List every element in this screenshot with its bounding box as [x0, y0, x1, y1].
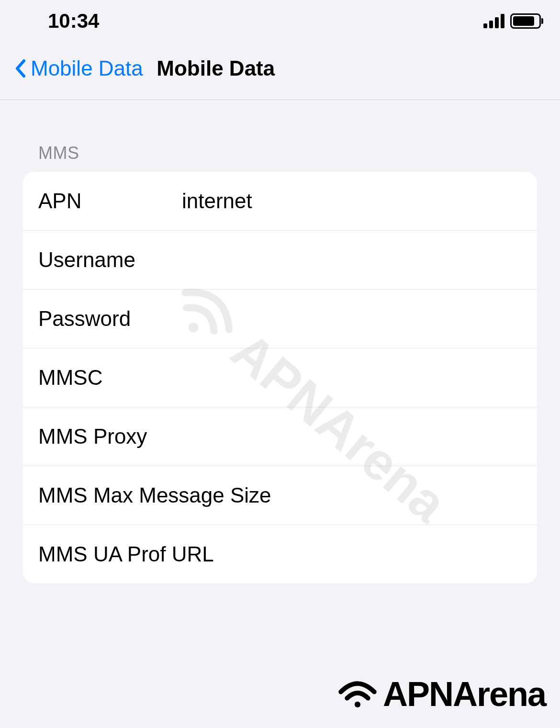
- row-apn[interactable]: APN: [23, 172, 537, 231]
- row-label-mmsc: MMSC: [38, 366, 182, 390]
- status-bar: 10:34: [0, 0, 560, 42]
- row-label-mms-proxy: MMS Proxy: [38, 425, 274, 448]
- mms-max-size-input[interactable]: [274, 483, 537, 507]
- password-input[interactable]: [182, 307, 537, 331]
- row-label-apn: APN: [38, 189, 182, 213]
- settings-card-mms: APN Username Password MMSC MMS Proxy MMS…: [23, 172, 537, 583]
- status-time: 10:34: [48, 10, 99, 33]
- row-mms-proxy[interactable]: MMS Proxy: [23, 407, 537, 466]
- apn-input[interactable]: [182, 189, 537, 213]
- footer-brand-text: APNArena: [383, 674, 546, 714]
- mmsc-input[interactable]: [182, 366, 537, 390]
- row-username[interactable]: Username: [23, 231, 537, 290]
- chevron-left-icon: [14, 59, 26, 78]
- row-mms-max-size[interactable]: MMS Max Message Size: [23, 466, 537, 525]
- battery-icon: [510, 13, 541, 29]
- mms-ua-prof-input[interactable]: [274, 542, 537, 566]
- status-icons: [483, 13, 541, 29]
- row-label-username: Username: [38, 248, 182, 272]
- row-label-mms-ua-prof: MMS UA Prof URL: [38, 542, 274, 566]
- row-password[interactable]: Password: [23, 290, 537, 348]
- row-label-mms-max-size: MMS Max Message Size: [38, 483, 274, 507]
- row-label-password: Password: [38, 307, 182, 331]
- username-input[interactable]: [182, 248, 537, 272]
- page-title: Mobile Data: [157, 56, 275, 80]
- back-button[interactable]: Mobile Data: [14, 56, 143, 80]
- cellular-signal-icon: [483, 14, 504, 28]
- mms-proxy-input[interactable]: [274, 425, 537, 448]
- content: MMS APN Username Password MMSC MMS Proxy: [0, 100, 560, 583]
- back-label: Mobile Data: [31, 56, 143, 80]
- svg-point-1: [355, 702, 360, 707]
- row-mmsc[interactable]: MMSC: [23, 348, 537, 407]
- wifi-icon: [336, 677, 379, 711]
- footer-brand: APNArena: [336, 674, 546, 714]
- row-mms-ua-prof[interactable]: MMS UA Prof URL: [23, 525, 537, 583]
- section-header-mms: MMS: [23, 143, 537, 163]
- nav-bar: Mobile Data Mobile Data: [0, 42, 560, 100]
